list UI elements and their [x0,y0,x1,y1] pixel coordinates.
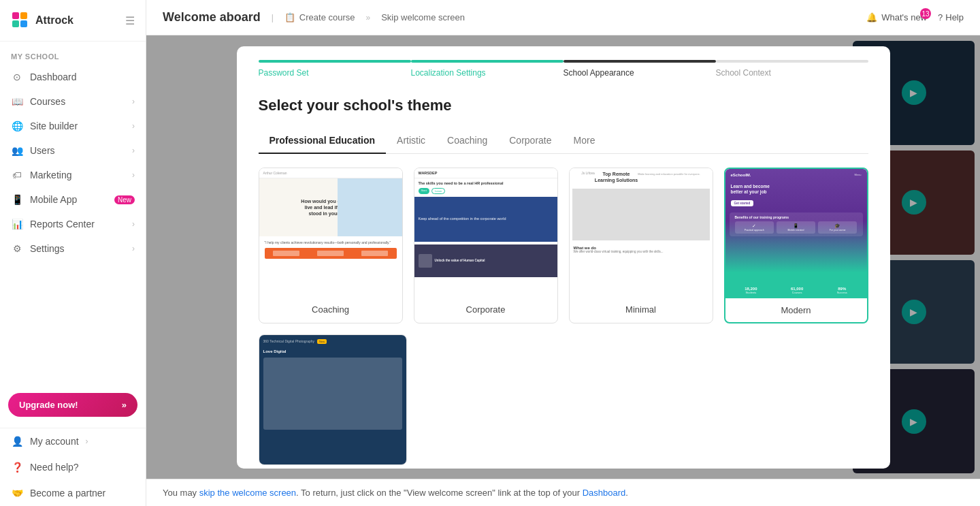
theme-preview-love-digital: 360 Technical Digital Photography New Lo… [259,335,406,464]
theme-card-coaching[interactable]: Arthur Coleman How would you choose toli… [259,168,403,323]
become-partner-icon: 🤝 [11,487,23,499]
new-badge: New [114,195,135,204]
sidebar-item-label: Settings [30,243,125,254]
sidebar-item-label: Users [30,145,125,156]
sidebar-item-dashboard[interactable]: ⊙ Dashboard [0,65,146,89]
app-name: Attrock [35,14,74,27]
my-account-arrow-icon: › [86,437,88,446]
sidebar-item-users[interactable]: 👥 Users › [0,138,146,163]
whats-new-button[interactable]: 🔔 What's new 13 [866,12,927,22]
progress-label-appearance: School Appearance [564,68,634,78]
need-help-icon: ❓ [11,461,23,473]
tab-artistic[interactable]: Artistic [386,128,436,154]
settings-arrow-icon: › [132,244,135,253]
sidebar-item-label: Dashboard [30,72,135,82]
sidebar-item-label: My account [30,436,79,447]
site-builder-arrow-icon: › [132,121,135,131]
theme-preview-minimal: Js Lifcea Top RemoteLearning Solutions M… [570,168,713,298]
theme-card-minimal[interactable]: Js Lifcea Top RemoteLearning Solutions M… [569,168,713,323]
bell-icon: 🔔 [866,12,877,22]
my-account-icon: 👤 [11,435,23,447]
sidebar-item-reports[interactable]: 📊 Reports Center › [0,212,146,236]
school-appearance-modal: Password Set Localization Settings Schoo… [237,46,890,469]
progress-line-password [259,60,411,63]
attrock-logo-icon [11,11,30,30]
sidebar-item-my-account[interactable]: 👤 My account › [0,428,146,454]
modal-overlay: Password Set Localization Settings Schoo… [146,35,980,479]
sidebar-item-become-partner[interactable]: 🤝 Become a partner [0,480,146,506]
progress-steps: Password Set Localization Settings Schoo… [237,46,890,78]
status-text-after: . To return, just click on the "View wel… [296,488,583,498]
sidebar-item-need-help[interactable]: ❓ Need help? [0,454,146,480]
help-label: Help [945,12,964,22]
sidebar-section-label: My School [0,42,146,65]
progress-label-context: School Context [716,68,771,78]
progress-step-password: Password Set [259,60,411,78]
users-icon: 👥 [11,144,23,157]
topbar-chevron-icon: » [366,13,371,22]
skip-welcome-link[interactable]: skip the welcome screen [199,488,296,498]
tab-more[interactable]: More [563,128,606,154]
mobile-app-icon: 📱 [11,193,23,206]
sidebar-logo: Attrock ☰ [0,0,146,42]
sidebar-item-label: Courses [30,96,125,107]
theme-card-modern[interactable]: ✓ eSchoolM. Menu [724,168,868,323]
help-button[interactable]: ? Help [938,12,964,22]
svg-rect-0 [12,12,19,19]
sidebar-item-marketing[interactable]: 🏷 Marketing › [0,163,146,187]
sidebar-item-label: Marketing [30,170,125,180]
svg-rect-3 [20,20,27,27]
theme-card-love-digital[interactable]: 360 Technical Digital Photography New Lo… [259,334,407,465]
theme-preview-corporate: WARSDEP The skills you need to be a real… [414,168,557,298]
sidebar-item-label: Need help? [30,462,79,473]
theme-label-modern: Modern [725,298,867,322]
upgrade-button[interactable]: Upgrade now! » [8,393,137,417]
marketing-arrow-icon: › [132,170,135,180]
upgrade-arrow-icon: » [122,400,127,410]
theme-label-coaching: Coaching [259,298,402,321]
theme-preview-modern: eSchoolM. Menu Learn and becomebetter at… [725,169,867,298]
sidebar-item-settings[interactable]: ⚙ Settings › [0,236,146,261]
reports-arrow-icon: › [132,219,135,229]
settings-icon: ⚙ [11,242,23,255]
modal-body: Select your school's theme Professional … [237,78,890,469]
tab-coaching[interactable]: Coaching [436,128,498,154]
whats-new-badge: 13 [920,8,931,19]
theme-label-minimal: Minimal [570,298,713,321]
page-title: Welcome aboard [163,10,261,25]
svg-rect-2 [12,20,19,27]
create-course-icon: 📋 [284,12,295,22]
progress-line-context [716,60,868,63]
create-course-button[interactable]: 📋 Create course [284,12,355,22]
create-course-label: Create course [299,12,355,22]
dashboard-link[interactable]: Dashboard [583,488,626,498]
upgrade-label: Upgrade now! [19,400,78,410]
progress-step-appearance: School Appearance [564,60,716,78]
skip-welcome-link[interactable]: Skip welcome screen [381,12,465,22]
users-arrow-icon: › [132,146,135,155]
tab-corporate[interactable]: Corporate [498,128,562,154]
courses-icon: 📖 [11,95,23,108]
tab-professional-education[interactable]: Professional Education [259,128,387,154]
topbar-separator-icon: | [272,13,274,22]
modal-title: Select your school's theme [259,97,868,114]
sidebar-toggle-icon[interactable]: ☰ [125,14,135,27]
marketing-icon: 🏷 [11,169,23,181]
sidebar-item-label: Site builder [30,121,125,131]
status-bar: You may skip the welcome screen. To retu… [146,479,980,506]
sidebar-item-mobile-app[interactable]: 📱 Mobile App New [0,187,146,212]
topbar-right: 🔔 What's new 13 ? Help [866,12,964,22]
sidebar-item-label: Mobile App [30,194,108,205]
progress-label-localization: Localization Settings [411,68,486,78]
site-builder-icon: 🌐 [11,120,23,132]
svg-rect-1 [20,12,27,19]
help-icon: ? [938,12,943,22]
sidebar-item-courses[interactable]: 📖 Courses › [0,89,146,114]
theme-grid: Arthur Coleman How would you choose toli… [259,168,868,323]
sidebar-item-label: Become a partner [30,488,105,499]
sidebar-item-label: Reports Center [30,219,125,230]
theme-card-corporate[interactable]: WARSDEP The skills you need to be a real… [414,168,558,323]
progress-step-localization: Localization Settings [411,60,564,78]
sidebar-item-site-builder[interactable]: 🌐 Site builder › [0,114,146,138]
topbar: Welcome aboard | 📋 Create course » Skip … [146,0,980,35]
